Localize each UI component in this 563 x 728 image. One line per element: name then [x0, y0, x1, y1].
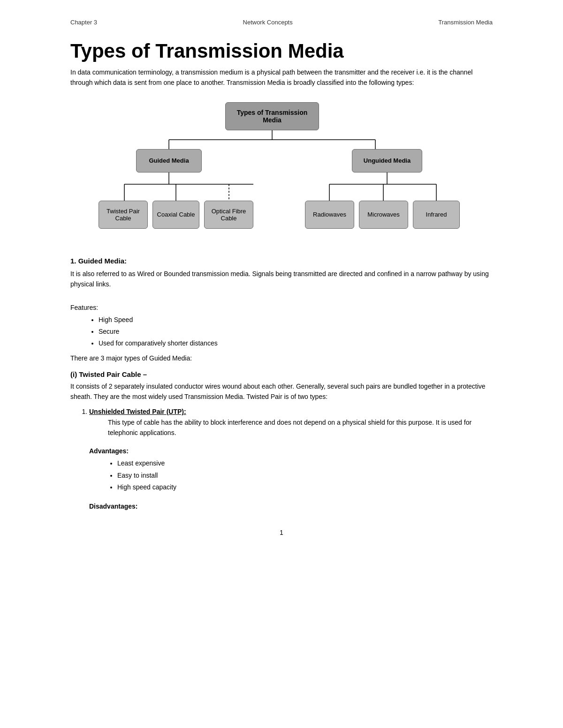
page-header: Chapter 3 Network Concepts Transmission … [70, 19, 493, 26]
intro-text: In data communication terminology, a tra… [70, 67, 493, 88]
section1-description: It is also referred to as Wired or Bound… [70, 269, 493, 290]
advantages-list: Least expensive Easy to install High spe… [70, 458, 493, 493]
header-right: Transmission Media [438, 19, 493, 26]
list-item: Easy to install [117, 470, 493, 481]
optical-box: Optical Fibre Cable [204, 201, 253, 229]
page-title: Types of Transmission Media [70, 40, 493, 62]
radiowaves-box: Radiowaves [305, 201, 354, 229]
advantages-title: Advantages: [89, 447, 493, 455]
guided-types-text: There are 3 major types of Guided Media: [70, 353, 493, 363]
page-number: 1 [70, 529, 493, 536]
root-box: Types of Transmission Media [225, 102, 319, 130]
microwaves-box: Microwaves [359, 201, 408, 229]
disadvantages-title: Disadvantages: [89, 503, 493, 510]
coaxial-box: Coaxial Cable [152, 201, 199, 229]
guided-box: Guided Media [136, 149, 202, 173]
list-item: Unshielded Twisted Pair (UTP): This type… [89, 406, 493, 438]
features-list: High Speed Secure Used for comparatively… [70, 314, 493, 350]
subsection-i-description: It consists of 2 separately insulated co… [70, 381, 493, 402]
list-item: High Speed [99, 314, 493, 326]
infrared-box: Infrared [413, 201, 460, 229]
utp-description: This type of cable has the ability to bl… [108, 417, 493, 438]
list-item: High speed capacity [117, 481, 493, 493]
list-item: Least expensive [117, 458, 493, 469]
subsection-i-title: (i) Twisted Pair Cable – [70, 370, 493, 378]
transmission-media-diagram: Types of Transmission Media Guided Media… [99, 102, 464, 243]
list-item: Used for comparatively shorter distances [99, 338, 493, 349]
utp-list: Unshielded Twisted Pair (UTP): This type… [70, 406, 493, 438]
section1-title: 1. Guided Media: [70, 257, 493, 265]
unguided-box: Unguided Media [352, 149, 422, 173]
diagram-container: Types of Transmission Media Guided Media… [70, 102, 493, 243]
header-center: Network Concepts [243, 19, 293, 26]
list-item: Secure [99, 326, 493, 338]
header-left: Chapter 3 [70, 19, 97, 26]
utp-title: Unshielded Twisted Pair (UTP): [89, 408, 186, 415]
features-label: Features: [70, 304, 493, 311]
twisted-pair-box: Twisted Pair Cable [99, 201, 148, 229]
